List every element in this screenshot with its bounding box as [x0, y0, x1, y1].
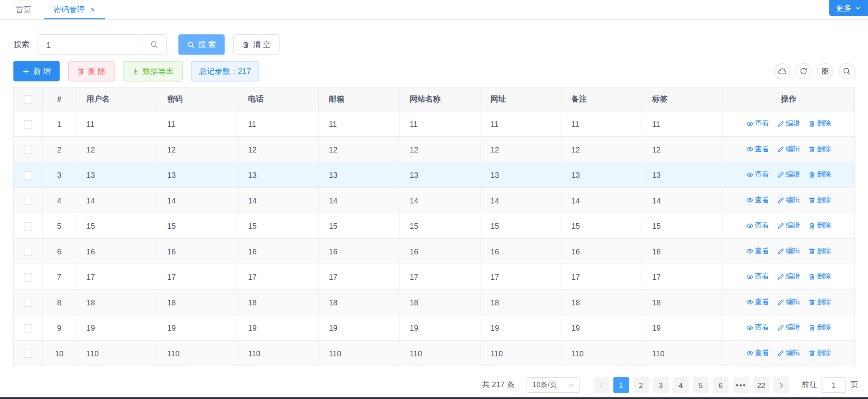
edit-link[interactable]: 编辑: [777, 272, 800, 282]
search-icon[interactable]: [142, 35, 166, 54]
view-link[interactable]: 查看: [746, 297, 769, 307]
delete-link[interactable]: 删除: [808, 119, 831, 128]
view-link[interactable]: 查看: [746, 170, 769, 180]
pagination-prev-button[interactable]: [593, 377, 609, 393]
delete-link[interactable]: 删除: [808, 323, 831, 333]
search-button[interactable]: 搜 索: [178, 34, 225, 55]
delete-link[interactable]: 删除: [808, 272, 831, 282]
row-checkbox[interactable]: [24, 222, 32, 230]
row-checkbox[interactable]: [24, 273, 32, 281]
table-row[interactable]: 31313131313131313查看编辑删除: [13, 162, 854, 188]
export-button[interactable]: 数据导出: [123, 61, 182, 81]
delete-link[interactable]: 删除: [808, 348, 831, 358]
edit-link[interactable]: 编辑: [777, 297, 800, 307]
delete-link[interactable]: 删除: [808, 170, 831, 180]
column-header: 网址: [480, 87, 561, 111]
row-cell: 12: [76, 137, 157, 162]
edit-icon: [777, 146, 784, 153]
edit-icon: [777, 222, 784, 229]
search-toggle-button[interactable]: [839, 63, 855, 79]
tab-home[interactable]: 首页: [15, 0, 31, 19]
total-records-badge: 总记录数：217: [191, 61, 259, 81]
row-checkbox[interactable]: [24, 197, 32, 205]
table-row[interactable]: 61616161616161616查看编辑删除: [13, 239, 854, 264]
view-link[interactable]: 查看: [746, 221, 769, 231]
table-row[interactable]: 71717171717171717查看编辑删除: [13, 264, 854, 290]
edit-link[interactable]: 编辑: [777, 144, 800, 154]
row-select-cell: [13, 264, 42, 290]
column-header: 邮箱: [319, 87, 399, 111]
row-checkbox[interactable]: [24, 171, 32, 179]
eye-icon: [746, 324, 753, 331]
delete-link[interactable]: 删除: [808, 297, 831, 307]
cloud-button[interactable]: [774, 63, 790, 79]
row-actions-cell: 查看编辑删除: [723, 315, 855, 341]
table-tools: [774, 63, 855, 79]
pagination-page-button[interactable]: 22: [754, 377, 769, 393]
pagination-page-button[interactable]: 4: [673, 377, 688, 393]
row-checkbox[interactable]: [24, 350, 32, 358]
view-link[interactable]: 查看: [746, 119, 769, 128]
pagination-more-button[interactable]: ●●●: [733, 377, 749, 393]
columns-button[interactable]: [817, 63, 833, 79]
goto-page-input[interactable]: 1: [821, 377, 846, 393]
search-input[interactable]: 1: [37, 34, 167, 55]
view-link[interactable]: 查看: [746, 272, 769, 282]
chevron-down-icon: [568, 382, 575, 388]
more-button[interactable]: 更多: [829, 0, 868, 16]
row-checkbox[interactable]: [24, 248, 32, 256]
table-row[interactable]: 21212121212121212查看编辑删除: [13, 137, 854, 162]
edit-link[interactable]: 编辑: [777, 170, 800, 180]
row-cell: 12: [561, 137, 642, 162]
table-row[interactable]: 10110110110110110110110110查看编辑删除: [13, 341, 854, 366]
delete-link[interactable]: 删除: [808, 195, 831, 205]
view-link[interactable]: 查看: [746, 246, 769, 256]
row-select-cell: [13, 188, 42, 213]
edit-link[interactable]: 编辑: [777, 323, 800, 333]
column-header: 标签: [642, 87, 723, 111]
pagination-page-button[interactable]: 3: [653, 377, 669, 393]
edit-link[interactable]: 编辑: [777, 119, 800, 128]
close-tab-icon[interactable]: [90, 7, 96, 13]
pagination-next-button[interactable]: [773, 377, 789, 393]
chevron-down-icon: [854, 4, 861, 11]
select-all-checkbox[interactable]: [24, 96, 32, 104]
row-cell: 13: [76, 162, 157, 188]
row-checkbox[interactable]: [24, 146, 32, 154]
edit-link[interactable]: 编辑: [777, 246, 800, 256]
view-link[interactable]: 查看: [746, 348, 769, 358]
refresh-button[interactable]: [795, 63, 812, 79]
tab-password-management[interactable]: 密码管理: [44, 0, 105, 19]
table-row[interactable]: 51515151515151515查看编辑删除: [13, 213, 854, 239]
row-cell: 16: [319, 239, 399, 264]
table-row[interactable]: 11111111111111111查看编辑删除: [13, 111, 854, 137]
clear-button[interactable]: 清 空: [233, 34, 279, 55]
edit-link[interactable]: 编辑: [777, 195, 800, 205]
delete-link[interactable]: 删除: [808, 221, 831, 231]
pagination-page-button[interactable]: 1: [613, 377, 629, 393]
add-button[interactable]: 新 增: [13, 61, 60, 81]
edit-link[interactable]: 编辑: [777, 221, 800, 231]
pagination-page-button[interactable]: 2: [633, 377, 649, 393]
row-checkbox[interactable]: [24, 299, 32, 307]
eye-icon: [746, 350, 753, 357]
table-row[interactable]: 41414141414141414查看编辑删除: [13, 188, 854, 213]
search-label: 搜索: [14, 40, 29, 49]
table-row[interactable]: 81818181818181818查看编辑删除: [13, 290, 854, 315]
row-cell: 17: [238, 264, 319, 290]
row-checkbox[interactable]: [24, 324, 32, 332]
row-cell: 18: [238, 290, 319, 315]
view-link[interactable]: 查看: [746, 144, 769, 154]
view-link[interactable]: 查看: [746, 323, 769, 333]
page-size-select[interactable]: 10条/页: [526, 377, 579, 393]
delete-button[interactable]: 删 除: [68, 61, 114, 81]
view-link[interactable]: 查看: [746, 195, 769, 205]
pagination-page-button[interactable]: 5: [693, 377, 708, 393]
edit-link[interactable]: 编辑: [777, 348, 800, 358]
delete-link[interactable]: 删除: [808, 246, 831, 256]
table-row[interactable]: 91919191919191919查看编辑删除: [13, 315, 854, 341]
row-checkbox[interactable]: [24, 120, 32, 128]
pagination-page-button[interactable]: 6: [713, 377, 728, 393]
cloud-icon: [778, 67, 786, 75]
delete-link[interactable]: 删除: [808, 144, 831, 154]
